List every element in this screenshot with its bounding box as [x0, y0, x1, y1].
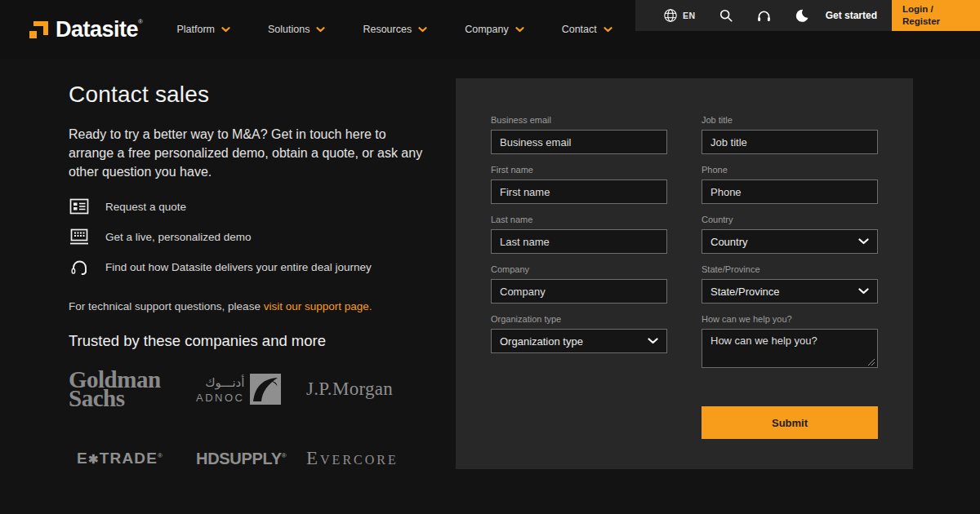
field-label: Organization type — [491, 314, 667, 324]
get-started-link[interactable]: Get started — [821, 10, 889, 21]
nav-label: Company — [465, 24, 509, 35]
nav-label: Contact — [562, 24, 597, 35]
form-column-right: Job title Phone Country Country State/Pr… — [702, 115, 878, 469]
nav-label: Platform — [176, 24, 215, 35]
chevron-down-icon — [648, 338, 658, 344]
nav-item-resources[interactable]: Resources — [363, 24, 427, 35]
field-job-title: Job title — [702, 115, 878, 154]
field-label: Company — [491, 264, 667, 274]
support-note: For technical support questions, please … — [69, 300, 436, 312]
field-message: How can we help you? — [702, 314, 878, 371]
datasite-logo-icon — [29, 21, 48, 40]
language-label: EN — [683, 11, 696, 20]
chevron-down-icon — [316, 27, 325, 33]
main-content: Contact sales Ready to try a better way … — [0, 59, 980, 475]
headset-icon — [756, 8, 772, 24]
field-business-email: Business email — [491, 115, 667, 154]
field-country: Country Country — [702, 215, 878, 254]
chevron-down-icon — [858, 238, 869, 245]
field-state-province: State/Province State/Province — [702, 264, 878, 304]
language-selector[interactable]: EN — [652, 0, 707, 31]
field-label: Job title — [702, 115, 878, 125]
main-nav: Platform Solutions Resources Company Con… — [176, 24, 612, 35]
goldman-sachs-logo: Goldman Sachs — [69, 370, 196, 408]
first-name-input[interactable] — [491, 179, 667, 204]
login-label-line1: Login / — [902, 3, 980, 16]
hdsupply-logo: HDSUPPLY® — [196, 450, 306, 468]
field-label: State/Province — [702, 264, 878, 274]
field-label: Country — [702, 215, 878, 224]
field-first-name: First name — [491, 165, 667, 204]
chevron-down-icon — [515, 27, 524, 33]
demo-screen-icon — [69, 228, 90, 246]
form-column-left: Business email First name Last name Comp… — [491, 115, 667, 469]
registered-mark: ® — [138, 18, 142, 25]
chevron-down-icon — [418, 27, 427, 33]
submit-button[interactable]: Submit — [702, 406, 878, 439]
jpmorgan-logo: J.P.Morgan — [306, 379, 421, 400]
search-button[interactable] — [707, 0, 745, 31]
field-label: Phone — [702, 165, 878, 175]
login-label-line2: Register — [902, 16, 980, 28]
list-item-label: Get a live, personalized demo — [105, 231, 252, 243]
chevron-down-icon — [221, 27, 230, 33]
moon-icon — [795, 8, 809, 23]
nav-item-platform[interactable]: Platform — [176, 24, 230, 35]
contact-form-panel: Business email First name Last name Comp… — [456, 78, 913, 469]
hero-column: Contact sales Ready to try a better way … — [69, 78, 436, 475]
page-title: Contact sales — [69, 82, 436, 108]
field-label: Business email — [491, 115, 667, 125]
search-icon — [719, 8, 733, 23]
feature-list: Request a quote Get a live, personalized… — [69, 192, 436, 282]
state-province-select[interactable]: State/Province — [702, 279, 878, 304]
phone-input[interactable] — [702, 179, 878, 204]
support-button[interactable] — [745, 0, 783, 31]
country-select[interactable]: Country — [702, 229, 878, 254]
chevron-down-icon — [604, 27, 612, 33]
field-last-name: Last name — [491, 215, 667, 254]
adnoc-falcon-icon — [250, 374, 281, 405]
etrade-logo: E✱TRADE® — [69, 450, 196, 467]
headset-icon — [69, 258, 90, 277]
list-item-label: Request a quote — [105, 201, 186, 213]
list-item-demo: Get a live, personalized demo — [69, 222, 436, 252]
select-value: Country — [710, 236, 748, 248]
job-title-input[interactable] — [702, 130, 878, 154]
adnoc-logo: أدنـــوك ADNOC — [196, 374, 306, 405]
nav-item-solutions[interactable]: Solutions — [268, 24, 325, 35]
trusted-heading: Trusted by these companies and more — [69, 332, 436, 350]
intro-paragraph: Ready to try a better way to M&A? Get in… — [69, 125, 423, 181]
company-input[interactable] — [491, 279, 667, 304]
message-textarea[interactable] — [702, 329, 878, 368]
chevron-down-icon — [858, 288, 869, 295]
field-label: First name — [491, 165, 667, 175]
support-text: For technical support questions, please — [69, 300, 264, 312]
utility-bar: EN Get started — [635, 0, 980, 31]
support-page-link[interactable]: visit our support page. — [264, 300, 372, 312]
dark-mode-toggle[interactable] — [783, 0, 821, 31]
field-phone: Phone — [702, 165, 878, 204]
nav-label: Resources — [363, 24, 412, 35]
last-name-input[interactable] — [491, 229, 667, 254]
field-company: Company — [491, 264, 667, 304]
organization-type-select[interactable]: Organization type — [491, 329, 667, 353]
list-item-label: Find out how Datasite delivers your enti… — [105, 261, 372, 273]
list-item-journey: Find out how Datasite delivers your enti… — [69, 252, 436, 282]
field-organization-type: Organization type Organization type — [491, 314, 667, 353]
company-logos: Goldman Sachs أدنـــوك ADNOC J.P.Morgan … — [69, 361, 436, 475]
evercore-logo: Evercore — [306, 448, 421, 469]
field-label: How can we help you? — [702, 314, 878, 324]
nav-item-company[interactable]: Company — [465, 24, 524, 35]
login-register-button[interactable]: Login / Register — [892, 0, 980, 31]
resize-grip-icon — [867, 358, 875, 366]
list-item-quote: Request a quote — [69, 192, 436, 222]
header: Datasite® Platform Solutions Resources C… — [0, 0, 980, 59]
datasite-logo[interactable]: Datasite® — [29, 19, 142, 41]
quote-document-icon — [69, 198, 90, 216]
business-email-input[interactable] — [491, 130, 667, 154]
brand-name: Datasite® — [56, 19, 142, 41]
globe-icon — [663, 8, 678, 23]
nav-item-contact[interactable]: Contact — [562, 24, 612, 35]
select-value: Organization type — [500, 335, 583, 348]
nav-label: Solutions — [268, 24, 310, 35]
